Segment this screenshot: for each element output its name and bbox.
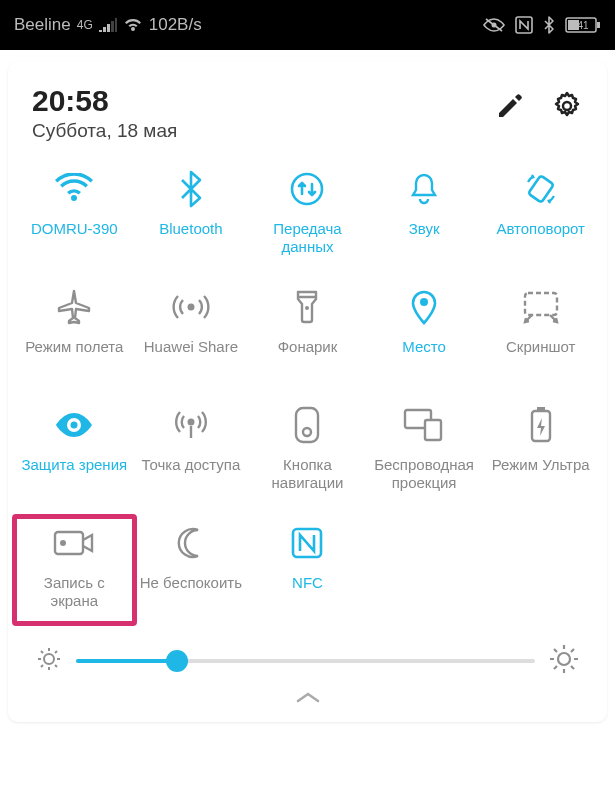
tile-screenshot[interactable]: Скриншот <box>482 288 599 384</box>
svg-point-11 <box>420 298 428 306</box>
screenshot-icon <box>522 290 560 328</box>
tile-label: Передача данных <box>252 220 362 256</box>
brightness-row <box>14 628 601 680</box>
bluetooth-status-icon <box>543 16 555 34</box>
tile-label: Скриншот <box>506 338 575 356</box>
settings-icon[interactable] <box>551 90 583 126</box>
tile-label: Беспроводная проекция <box>369 456 479 492</box>
status-bar: Beeline 4G 102B/s 41 <box>0 0 615 50</box>
tile-label: Режим Ультра <box>492 456 590 474</box>
location-icon <box>409 288 439 330</box>
tile-airplane[interactable]: Режим полета <box>16 288 133 384</box>
svg-point-25 <box>558 653 570 665</box>
tile-label: Место <box>402 338 446 356</box>
battery-icon: 41 <box>565 16 601 34</box>
tile-label: Huawei Share <box>144 338 238 356</box>
mobiledata-icon <box>289 171 325 211</box>
quick-settings-grid: DOMRU-390 Bluetooth Передача данных Звук <box>14 156 601 628</box>
tile-nfc[interactable]: NFC <box>249 524 366 620</box>
tile-label: Точка доступа <box>141 456 240 474</box>
tile-label: Запись с экрана <box>19 574 129 610</box>
carrier-label: Beeline <box>14 15 71 35</box>
svg-rect-3 <box>597 22 600 28</box>
airplane-icon <box>55 288 93 330</box>
eye-icon <box>54 411 94 443</box>
tile-flashlight[interactable]: Фонарик <box>249 288 366 384</box>
tile-cast[interactable]: Беспроводная проекция <box>366 406 483 502</box>
svg-point-14 <box>187 419 194 426</box>
tile-label: Bluetooth <box>159 220 222 238</box>
tile-label: Звук <box>409 220 440 238</box>
tile-autorotate[interactable]: Автоповорот <box>482 170 599 266</box>
svg-point-7 <box>292 174 322 204</box>
tile-mobiledata[interactable]: Передача данных <box>249 170 366 266</box>
quick-settings-panel: 20:58 Суббота, 18 мая DOMRU-390 <box>8 62 607 722</box>
tile-label: NFC <box>292 574 323 592</box>
battery-saver-icon <box>529 406 553 448</box>
dnd-moon-icon <box>174 526 208 564</box>
tile-ultra[interactable]: Режим Ультра <box>482 406 599 502</box>
tile-label: DOMRU-390 <box>31 220 118 238</box>
brightness-high-icon <box>549 644 579 678</box>
clock-time[interactable]: 20:58 <box>32 84 495 118</box>
flashlight-icon <box>294 288 320 330</box>
svg-point-10 <box>305 306 309 310</box>
tile-label: Режим полета <box>25 338 123 356</box>
svg-text:41: 41 <box>577 20 589 31</box>
tile-screenrec[interactable]: Запись с экрана <box>16 524 133 620</box>
tile-label: Кнопка навигации <box>252 456 362 492</box>
tile-sound[interactable]: Звук <box>366 170 483 266</box>
tile-eyecomfort[interactable]: Защита зрения <box>16 406 133 502</box>
tile-wifi[interactable]: DOMRU-390 <box>16 170 133 266</box>
svg-rect-21 <box>55 532 83 554</box>
hotspot-icon <box>172 406 210 448</box>
clock-date[interactable]: Суббота, 18 мая <box>32 120 495 142</box>
autorotate-icon <box>522 170 560 212</box>
svg-rect-18 <box>425 420 441 440</box>
tile-hotspot[interactable]: Точка доступа <box>133 406 250 502</box>
brightness-slider[interactable] <box>76 659 535 663</box>
wifi-status-icon <box>123 17 143 33</box>
wifi-icon <box>54 173 94 209</box>
tile-location[interactable]: Место <box>366 288 483 384</box>
tile-label: Фонарик <box>278 338 338 356</box>
collapse-chevron-icon[interactable] <box>14 680 601 704</box>
tile-huaweishare[interactable]: Huawei Share <box>133 288 250 384</box>
svg-rect-12 <box>525 293 557 315</box>
nfc-status-icon <box>515 16 533 34</box>
svg-point-16 <box>303 428 311 436</box>
signal-icon <box>99 18 117 32</box>
navdot-icon <box>294 406 320 448</box>
svg-point-6 <box>563 102 571 110</box>
svg-point-22 <box>60 540 66 546</box>
cast-icon <box>403 408 445 446</box>
eye-comfort-status-icon <box>483 17 505 33</box>
nfc-icon <box>290 526 324 564</box>
svg-point-9 <box>187 304 194 311</box>
tile-label: Автоповорот <box>496 220 585 238</box>
brightness-low-icon <box>36 646 62 676</box>
tile-bluetooth[interactable]: Bluetooth <box>133 170 250 266</box>
svg-point-13 <box>71 422 78 429</box>
svg-point-24 <box>44 654 54 664</box>
network-type: 4G <box>77 18 93 32</box>
svg-rect-8 <box>528 175 554 202</box>
screen-record-icon <box>53 528 95 562</box>
edit-icon[interactable] <box>495 91 525 125</box>
tile-dnd[interactable]: Не беспокоить <box>133 524 250 620</box>
tile-label: Не беспокоить <box>140 574 242 592</box>
tile-navdot[interactable]: Кнопка навигации <box>249 406 366 502</box>
bell-icon <box>407 171 441 211</box>
bluetooth-icon <box>179 170 203 212</box>
tile-label: Защита зрения <box>21 456 127 474</box>
svg-rect-20 <box>537 407 545 411</box>
data-rate: 102B/s <box>149 15 202 35</box>
huaweishare-icon <box>171 291 211 327</box>
